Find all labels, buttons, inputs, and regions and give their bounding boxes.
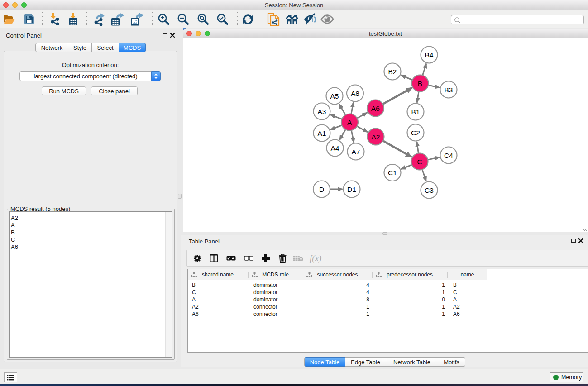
svg-text:A5: A5: [330, 92, 339, 100]
svg-text:A7: A7: [352, 148, 360, 156]
svg-text:A3: A3: [318, 108, 326, 115]
svg-text:B4: B4: [425, 51, 434, 59]
svg-text:B1: B1: [411, 108, 420, 116]
svg-text:A6: A6: [371, 105, 380, 112]
svg-text:B3: B3: [445, 86, 453, 94]
svg-text:B2: B2: [388, 68, 397, 76]
svg-text:C3: C3: [425, 186, 434, 194]
svg-text:D: D: [319, 186, 324, 193]
svg-text:A2: A2: [372, 133, 380, 141]
svg-text:A4: A4: [331, 144, 339, 152]
svg-text:B: B: [418, 80, 422, 87]
svg-text:C4: C4: [444, 152, 453, 159]
svg-text:D1: D1: [347, 186, 356, 193]
svg-text:A8: A8: [351, 90, 359, 97]
svg-text:C1: C1: [388, 169, 397, 176]
svg-text:A: A: [347, 119, 352, 126]
svg-text:A1: A1: [318, 129, 326, 137]
svg-text:C2: C2: [411, 129, 420, 137]
svg-text:C: C: [417, 158, 422, 166]
